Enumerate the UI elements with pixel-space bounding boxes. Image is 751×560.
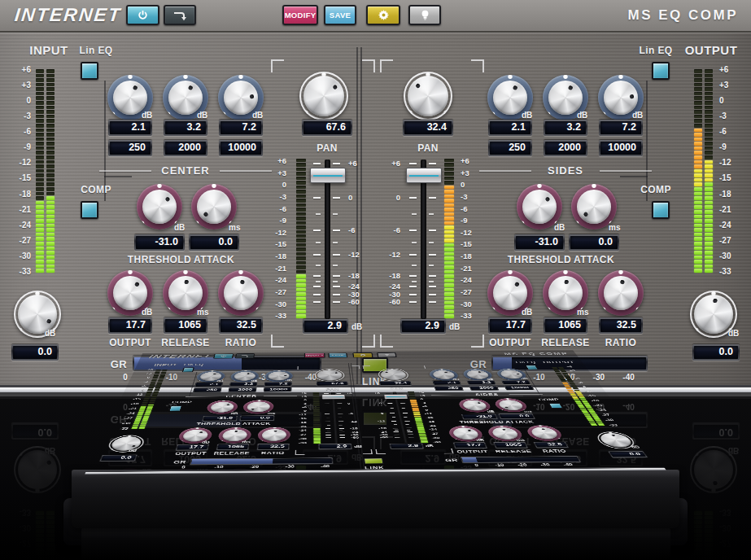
plugin-title: MS EQ COMP [627, 7, 738, 24]
release-display[interactable]: 1065 [164, 317, 207, 334]
pan-center-knob[interactable] [299, 72, 348, 120]
fader-scale: +60-6-12-18-24-30-60 [378, 160, 400, 319]
meter-segment [36, 182, 44, 186]
meter-segment [36, 87, 44, 91]
knob-pointer [400, 68, 456, 124]
meter-segment [296, 279, 306, 282]
meter-segment [36, 260, 44, 264]
meter-segment [46, 201, 55, 205]
scale-item: 0 [719, 97, 749, 105]
meter-segment [296, 230, 306, 234]
eq-freq-display[interactable]: 10000 [219, 140, 263, 156]
meter-segment [46, 119, 55, 123]
scale-item [429, 286, 436, 287]
sides-fader-display[interactable]: 2.9 [400, 319, 446, 334]
meter-segment [444, 181, 454, 184]
meter-segment [444, 159, 454, 162]
meter-segment [296, 225, 306, 229]
unit-label: dB [449, 322, 460, 331]
sides-fader-handle[interactable] [406, 168, 442, 183]
scale-item: -9 [461, 217, 490, 225]
scale-item: -24 [461, 276, 490, 284]
gr-scale-left: 0-10-20-30-40 [114, 374, 322, 384]
scale-item [316, 242, 321, 243]
meter-segment [46, 147, 55, 151]
scale-item [313, 275, 321, 277]
link-toggle[interactable] [362, 357, 388, 373]
meter-segment [444, 283, 454, 287]
scale-item [409, 301, 417, 303]
eq-gain-display[interactable]: 7.2 [219, 120, 263, 136]
center-fader-handle[interactable] [310, 168, 346, 183]
threshold-display[interactable]: -31.0 [134, 234, 185, 251]
redo-button[interactable] [164, 5, 196, 25]
scale-item [429, 254, 436, 256]
meter-segment [36, 119, 44, 123]
pan-sides-knob[interactable] [404, 72, 452, 120]
meter-segment [444, 292, 454, 295]
meter-segment [36, 83, 44, 87]
meter-segment [296, 252, 306, 256]
scale-item: 0 [123, 374, 128, 382]
scale-item [429, 213, 434, 215]
settings-button[interactable] [366, 5, 400, 25]
center-fader-display[interactable]: 2.9 [303, 319, 348, 334]
input-gain-display[interactable]: 0.0 [11, 344, 59, 361]
ratio-display[interactable]: 32.5 [599, 317, 643, 334]
meter-segment [444, 301, 454, 304]
eq-freq-display[interactable]: 2000 [164, 140, 207, 156]
comp-output-display[interactable]: 17.7 [488, 317, 532, 334]
meter-segment [36, 78, 44, 82]
scale-item [313, 197, 321, 199]
center-fader-track[interactable] [325, 160, 330, 319]
release-display[interactable]: 1065 [544, 317, 587, 334]
threshold-display[interactable]: -31.0 [514, 234, 565, 251]
scale-item [429, 163, 436, 164]
eq-gain-display[interactable]: 3.2 [164, 120, 207, 136]
pan-display[interactable]: 32.4 [403, 120, 453, 136]
eq-freq-display[interactable]: 2000 [544, 140, 587, 156]
eq-freq-display[interactable]: 10000 [599, 140, 643, 156]
power-button[interactable] [126, 5, 159, 25]
eq-freq-display[interactable]: 250 [108, 140, 152, 156]
eq-gain-display[interactable]: 3.2 [544, 120, 587, 136]
scale-item: -24 [257, 276, 286, 284]
meter-segment [296, 172, 306, 175]
attack-label: ATTACK [565, 254, 622, 265]
scale-item: -18 [2, 190, 31, 199]
scale-item: 0 [461, 181, 490, 189]
save-button[interactable]: SAVE [324, 5, 356, 25]
scale-item: -21 [719, 206, 749, 214]
meter-segment [36, 224, 44, 228]
comp-output-display[interactable]: 17.7 [108, 317, 152, 334]
eq-gain-display[interactable]: 7.2 [599, 120, 643, 136]
meter-segment [444, 212, 454, 216]
meter-segment [444, 314, 454, 317]
meter-segment [46, 155, 55, 160]
meter-segment [36, 110, 44, 114]
comp-sides-ratio-knob[interactable] [598, 270, 644, 316]
eq-freq-display[interactable]: 250 [488, 140, 532, 156]
meter-segment [444, 177, 454, 180]
meter-segment [444, 230, 454, 234]
channel-center-meter [296, 159, 306, 318]
scale-item: -30 [259, 374, 270, 382]
eq-gain-display[interactable]: 2.1 [488, 120, 532, 136]
sides-fader-track[interactable] [421, 160, 426, 319]
meter-segment [444, 243, 454, 247]
pan-display[interactable]: 67.6 [302, 120, 352, 136]
scale-item [333, 275, 340, 277]
attack-display[interactable]: 0.0 [569, 234, 619, 251]
meter-segment [46, 251, 55, 255]
scale-item: -9 [2, 143, 31, 151]
attack-display[interactable]: 0.0 [189, 234, 239, 251]
eq-gain-display[interactable]: 2.1 [108, 120, 152, 136]
ratio-display[interactable]: 32.5 [219, 317, 263, 334]
meter-segment [36, 147, 44, 151]
bulb-button[interactable] [408, 5, 441, 25]
modify-button[interactable]: MODIFY [282, 5, 318, 25]
meter-segment [296, 177, 306, 180]
meter-segment [46, 138, 55, 142]
scale-item: -30 [461, 300, 490, 308]
scale-item: -27 [2, 237, 31, 245]
